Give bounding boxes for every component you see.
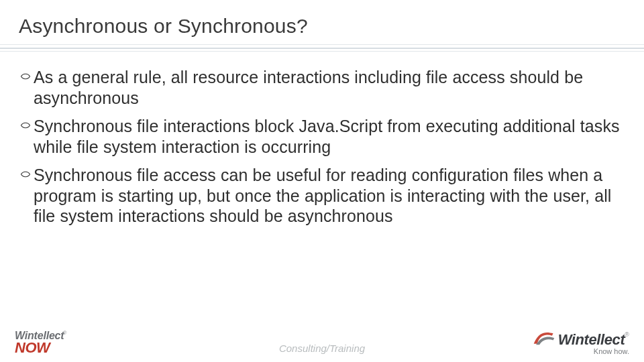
bullet-icon bbox=[19, 119, 32, 135]
footer-tagline: Consulting/Training bbox=[279, 343, 365, 354]
bullet-list: As a general rule, all resource interact… bbox=[19, 67, 625, 235]
list-item: Synchronous file interactions block Java… bbox=[19, 116, 625, 157]
swoosh-icon bbox=[533, 330, 555, 347]
logo-wintellect-now: Wintellect® NOW bbox=[15, 330, 95, 355]
bullet-text: As a general rule, all resource interact… bbox=[34, 67, 625, 108]
list-item: As a general rule, all resource interact… bbox=[19, 67, 625, 108]
registered-icon: ® bbox=[62, 330, 66, 336]
bullet-icon bbox=[19, 70, 32, 86]
logo-wintellect: Wintellect® Know how. bbox=[522, 330, 629, 355]
bullet-icon bbox=[19, 168, 32, 184]
logo-text: Wintellect bbox=[558, 331, 625, 348]
divider bbox=[0, 51, 644, 52]
bullet-text: Synchronous file access can be useful fo… bbox=[34, 165, 625, 227]
divider bbox=[0, 48, 644, 49]
bullet-text: Synchronous file interactions block Java… bbox=[34, 116, 625, 157]
list-item: Synchronous file access can be useful fo… bbox=[19, 165, 625, 227]
registered-icon: ® bbox=[625, 331, 629, 338]
slide: Asynchronous or Synchronous? As a genera… bbox=[0, 0, 644, 362]
slide-title: Asynchronous or Synchronous? bbox=[19, 15, 308, 38]
divider bbox=[0, 44, 644, 45]
